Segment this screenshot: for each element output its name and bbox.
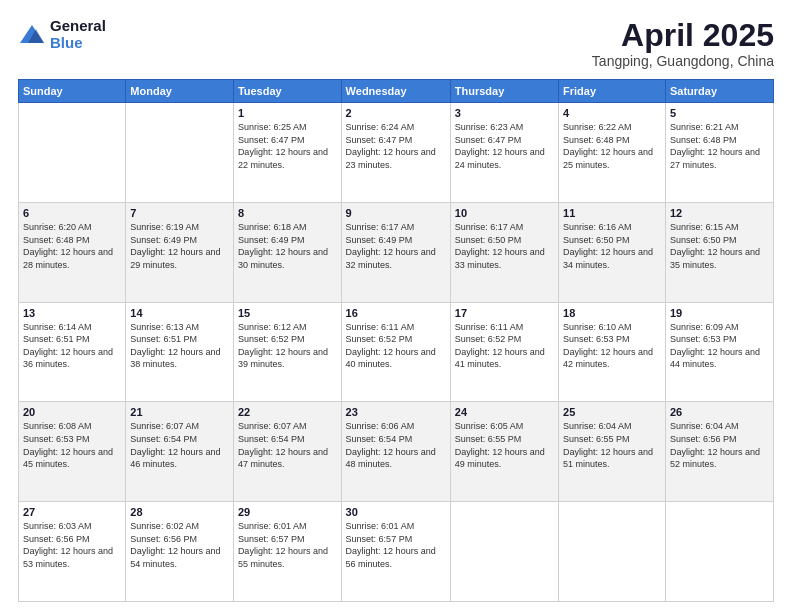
day-number: 25 [563, 406, 661, 418]
day-cell: 26 Sunrise: 6:04 AMSunset: 6:56 PMDaylig… [665, 402, 773, 502]
day-info: Sunrise: 6:07 AMSunset: 6:54 PMDaylight:… [130, 420, 229, 470]
day-info: Sunrise: 6:05 AMSunset: 6:55 PMDaylight:… [455, 420, 554, 470]
week-row-2: 6 Sunrise: 6:20 AMSunset: 6:48 PMDayligh… [19, 202, 774, 302]
day-cell: 18 Sunrise: 6:10 AMSunset: 6:53 PMDaylig… [559, 302, 666, 402]
day-info: Sunrise: 6:08 AMSunset: 6:53 PMDaylight:… [23, 420, 121, 470]
day-cell: 3 Sunrise: 6:23 AMSunset: 6:47 PMDayligh… [450, 103, 558, 203]
day-number: 9 [346, 207, 446, 219]
day-cell [665, 502, 773, 602]
day-info: Sunrise: 6:15 AMSunset: 6:50 PMDaylight:… [670, 221, 769, 271]
day-cell [450, 502, 558, 602]
col-wednesday: Wednesday [341, 80, 450, 103]
logo-blue-text: Blue [50, 35, 106, 52]
day-info: Sunrise: 6:02 AMSunset: 6:56 PMDaylight:… [130, 520, 229, 570]
day-number: 22 [238, 406, 337, 418]
title-block: April 2025 Tangping, Guangdong, China [592, 18, 774, 69]
day-cell: 19 Sunrise: 6:09 AMSunset: 6:53 PMDaylig… [665, 302, 773, 402]
col-thursday: Thursday [450, 80, 558, 103]
calendar-page: General Blue April 2025 Tangping, Guangd… [0, 0, 792, 612]
calendar-table: Sunday Monday Tuesday Wednesday Thursday… [18, 79, 774, 602]
col-sunday: Sunday [19, 80, 126, 103]
day-number: 24 [455, 406, 554, 418]
day-cell: 22 Sunrise: 6:07 AMSunset: 6:54 PMDaylig… [233, 402, 341, 502]
day-info: Sunrise: 6:09 AMSunset: 6:53 PMDaylight:… [670, 321, 769, 371]
day-info: Sunrise: 6:16 AMSunset: 6:50 PMDaylight:… [563, 221, 661, 271]
calendar-title: April 2025 [592, 18, 774, 53]
day-cell: 23 Sunrise: 6:06 AMSunset: 6:54 PMDaylig… [341, 402, 450, 502]
day-info: Sunrise: 6:18 AMSunset: 6:49 PMDaylight:… [238, 221, 337, 271]
day-info: Sunrise: 6:11 AMSunset: 6:52 PMDaylight:… [455, 321, 554, 371]
logo-icon [18, 21, 46, 49]
day-cell: 2 Sunrise: 6:24 AMSunset: 6:47 PMDayligh… [341, 103, 450, 203]
day-number: 20 [23, 406, 121, 418]
day-info: Sunrise: 6:06 AMSunset: 6:54 PMDaylight:… [346, 420, 446, 470]
day-cell: 7 Sunrise: 6:19 AMSunset: 6:49 PMDayligh… [126, 202, 234, 302]
day-number: 5 [670, 107, 769, 119]
day-cell: 27 Sunrise: 6:03 AMSunset: 6:56 PMDaylig… [19, 502, 126, 602]
day-number: 1 [238, 107, 337, 119]
col-monday: Monday [126, 80, 234, 103]
day-cell: 10 Sunrise: 6:17 AMSunset: 6:50 PMDaylig… [450, 202, 558, 302]
day-cell [559, 502, 666, 602]
day-cell: 6 Sunrise: 6:20 AMSunset: 6:48 PMDayligh… [19, 202, 126, 302]
day-cell: 5 Sunrise: 6:21 AMSunset: 6:48 PMDayligh… [665, 103, 773, 203]
day-cell: 8 Sunrise: 6:18 AMSunset: 6:49 PMDayligh… [233, 202, 341, 302]
day-info: Sunrise: 6:23 AMSunset: 6:47 PMDaylight:… [455, 121, 554, 171]
col-tuesday: Tuesday [233, 80, 341, 103]
day-number: 8 [238, 207, 337, 219]
day-number: 28 [130, 506, 229, 518]
day-number: 21 [130, 406, 229, 418]
day-number: 30 [346, 506, 446, 518]
day-number: 16 [346, 307, 446, 319]
day-number: 13 [23, 307, 121, 319]
day-info: Sunrise: 6:03 AMSunset: 6:56 PMDaylight:… [23, 520, 121, 570]
day-number: 15 [238, 307, 337, 319]
day-number: 6 [23, 207, 121, 219]
day-info: Sunrise: 6:19 AMSunset: 6:49 PMDaylight:… [130, 221, 229, 271]
day-number: 7 [130, 207, 229, 219]
day-info: Sunrise: 6:21 AMSunset: 6:48 PMDaylight:… [670, 121, 769, 171]
week-row-3: 13 Sunrise: 6:14 AMSunset: 6:51 PMDaylig… [19, 302, 774, 402]
day-cell: 16 Sunrise: 6:11 AMSunset: 6:52 PMDaylig… [341, 302, 450, 402]
day-info: Sunrise: 6:11 AMSunset: 6:52 PMDaylight:… [346, 321, 446, 371]
day-info: Sunrise: 6:14 AMSunset: 6:51 PMDaylight:… [23, 321, 121, 371]
day-cell [126, 103, 234, 203]
day-number: 3 [455, 107, 554, 119]
day-info: Sunrise: 6:12 AMSunset: 6:52 PMDaylight:… [238, 321, 337, 371]
logo-general-text: General [50, 18, 106, 35]
day-number: 11 [563, 207, 661, 219]
day-info: Sunrise: 6:01 AMSunset: 6:57 PMDaylight:… [238, 520, 337, 570]
day-info: Sunrise: 6:04 AMSunset: 6:56 PMDaylight:… [670, 420, 769, 470]
day-cell: 30 Sunrise: 6:01 AMSunset: 6:57 PMDaylig… [341, 502, 450, 602]
day-info: Sunrise: 6:01 AMSunset: 6:57 PMDaylight:… [346, 520, 446, 570]
day-info: Sunrise: 6:17 AMSunset: 6:50 PMDaylight:… [455, 221, 554, 271]
day-info: Sunrise: 6:17 AMSunset: 6:49 PMDaylight:… [346, 221, 446, 271]
day-info: Sunrise: 6:24 AMSunset: 6:47 PMDaylight:… [346, 121, 446, 171]
day-number: 29 [238, 506, 337, 518]
day-number: 12 [670, 207, 769, 219]
day-number: 23 [346, 406, 446, 418]
day-cell: 17 Sunrise: 6:11 AMSunset: 6:52 PMDaylig… [450, 302, 558, 402]
day-number: 14 [130, 307, 229, 319]
day-info: Sunrise: 6:10 AMSunset: 6:53 PMDaylight:… [563, 321, 661, 371]
logo-text: General Blue [50, 18, 106, 51]
day-cell: 12 Sunrise: 6:15 AMSunset: 6:50 PMDaylig… [665, 202, 773, 302]
day-info: Sunrise: 6:13 AMSunset: 6:51 PMDaylight:… [130, 321, 229, 371]
day-number: 4 [563, 107, 661, 119]
day-cell: 13 Sunrise: 6:14 AMSunset: 6:51 PMDaylig… [19, 302, 126, 402]
day-cell: 28 Sunrise: 6:02 AMSunset: 6:56 PMDaylig… [126, 502, 234, 602]
col-saturday: Saturday [665, 80, 773, 103]
day-number: 26 [670, 406, 769, 418]
day-cell: 15 Sunrise: 6:12 AMSunset: 6:52 PMDaylig… [233, 302, 341, 402]
day-info: Sunrise: 6:20 AMSunset: 6:48 PMDaylight:… [23, 221, 121, 271]
day-cell: 25 Sunrise: 6:04 AMSunset: 6:55 PMDaylig… [559, 402, 666, 502]
day-info: Sunrise: 6:04 AMSunset: 6:55 PMDaylight:… [563, 420, 661, 470]
day-cell: 9 Sunrise: 6:17 AMSunset: 6:49 PMDayligh… [341, 202, 450, 302]
logo: General Blue [18, 18, 106, 51]
day-number: 27 [23, 506, 121, 518]
day-info: Sunrise: 6:25 AMSunset: 6:47 PMDaylight:… [238, 121, 337, 171]
day-cell: 29 Sunrise: 6:01 AMSunset: 6:57 PMDaylig… [233, 502, 341, 602]
header: General Blue April 2025 Tangping, Guangd… [18, 18, 774, 69]
day-info: Sunrise: 6:07 AMSunset: 6:54 PMDaylight:… [238, 420, 337, 470]
day-cell: 21 Sunrise: 6:07 AMSunset: 6:54 PMDaylig… [126, 402, 234, 502]
